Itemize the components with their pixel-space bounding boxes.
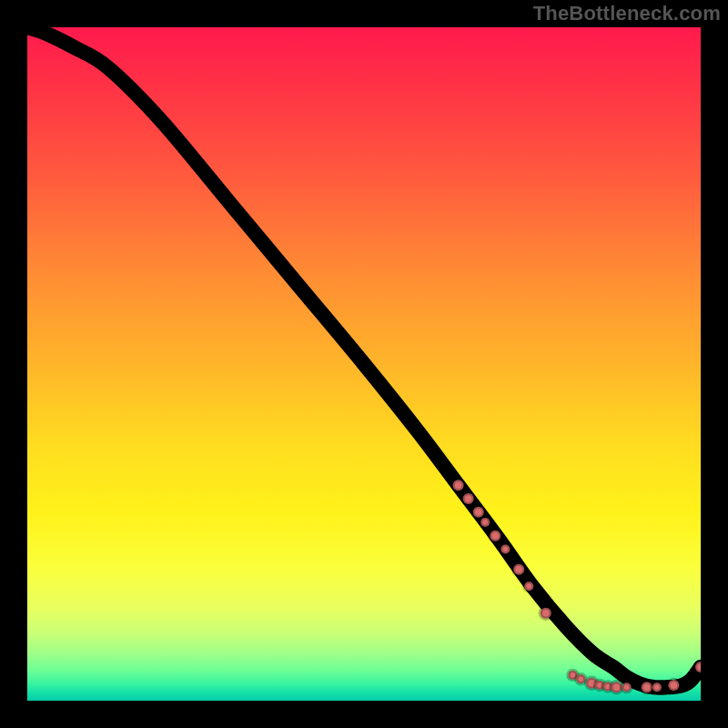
- highlight-dot: [490, 531, 500, 541]
- chart-frame: TheBottleneck.com: [0, 0, 728, 728]
- highlight-dot: [541, 608, 551, 619]
- highlight-dot: [524, 581, 533, 591]
- highlight-dot: [453, 480, 464, 490]
- highlight-dots: [453, 480, 701, 693]
- highlight-dot: [576, 674, 585, 683]
- highlight-dot: [473, 507, 484, 518]
- plot-area: [27, 27, 701, 701]
- highlight-dot: [695, 662, 701, 672]
- highlight-dot: [652, 682, 662, 692]
- highlight-dot: [622, 682, 632, 692]
- highlight-dot: [668, 680, 679, 691]
- bottleneck-curve: [27, 27, 701, 688]
- highlight-dot: [463, 493, 474, 504]
- watermark-text: TheBottleneck.com: [533, 2, 721, 25]
- highlight-dot: [480, 518, 490, 527]
- curve-layer: [27, 27, 701, 701]
- highlight-dot: [500, 545, 510, 554]
- highlight-dot: [513, 564, 524, 575]
